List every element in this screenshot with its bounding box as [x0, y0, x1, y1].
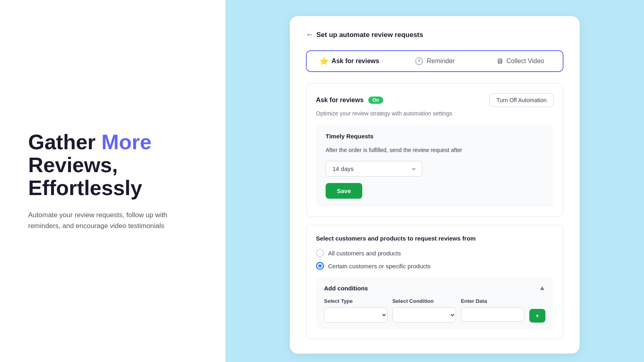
condition-col-type: Select Type	[324, 298, 388, 323]
video-icon: 🖥	[496, 57, 503, 66]
select-type-input[interactable]	[324, 307, 388, 323]
radio-group: All customers and products Certain custo…	[316, 249, 553, 270]
radio-all-customers[interactable]: All customers and products	[316, 249, 553, 257]
timely-requests-description: After the order is fulfilled, send the r…	[326, 146, 544, 154]
on-badge: On	[368, 97, 383, 104]
radio-circle-certain	[316, 262, 324, 270]
radio-circle-all	[316, 249, 324, 257]
tabs-container: ⭐ Ask for reviews 🕐 Reminder 🖥 Collect V…	[306, 50, 564, 72]
back-arrow-icon: ←	[306, 31, 313, 39]
back-nav[interactable]: ← Set up automate review requests	[306, 31, 564, 39]
tab-ask-reviews-label: Ask for reviews	[332, 58, 379, 65]
section-header: Ask for reviews On Turn Off Automation	[316, 93, 553, 107]
left-panel: Gather More Reviews, Effortlessly Automa…	[0, 0, 225, 362]
section-title-row: Ask for reviews On	[316, 97, 383, 104]
conditions-cols: Select Type Select Condition Enter Data	[324, 298, 545, 323]
conditions-header: Add conditions ▲	[324, 284, 545, 292]
main-heading: Gather More Reviews, Effortlessly	[28, 131, 197, 200]
conditions-title: Add conditions	[324, 285, 368, 292]
save-button[interactable]: Save	[326, 183, 362, 199]
customers-section: Select customers and products to request…	[306, 225, 564, 339]
clock-icon: 🕐	[415, 57, 423, 66]
turn-off-automation-button[interactable]: Turn Off Automation	[489, 93, 553, 107]
left-content: Gather More Reviews, Effortlessly Automa…	[28, 131, 197, 231]
days-select[interactable]: 1 day 3 days 7 days 14 days 30 days	[326, 161, 422, 177]
main-card: ← Set up automate review requests ⭐ Ask …	[290, 16, 580, 354]
enter-data-label: Enter Data	[461, 298, 524, 304]
star-icon: ⭐	[320, 57, 328, 66]
tab-ask-reviews[interactable]: ⭐ Ask for reviews	[307, 51, 392, 71]
right-panel: ← Set up automate review requests ⭐ Ask …	[225, 0, 644, 362]
chevron-up-icon[interactable]: ▲	[539, 284, 545, 292]
ask-reviews-section-card: Ask for reviews On Turn Off Automation O…	[306, 83, 564, 217]
tab-collect-video[interactable]: 🖥 Collect Video	[477, 51, 563, 71]
select-condition-label: Select Condition	[392, 298, 456, 304]
ask-reviews-title: Ask for reviews	[316, 97, 363, 104]
page-title: Set up automate review requests	[316, 31, 423, 39]
radio-all-label: All customers and products	[328, 250, 401, 257]
add-condition-button[interactable]: +	[529, 309, 545, 323]
tab-reminder[interactable]: 🕐 Reminder	[392, 51, 477, 71]
condition-col-data: Enter Data	[461, 298, 524, 323]
radio-certain-customers[interactable]: Certain customers or specific products	[316, 262, 553, 270]
customers-title: Select customers and products to request…	[316, 235, 553, 242]
timely-requests-title: Timely Requests	[326, 133, 544, 140]
radio-certain-label: Certain customers or specific products	[328, 263, 431, 269]
ask-reviews-description: Optimize your review strategy with autom…	[316, 110, 553, 117]
tab-reminder-label: Reminder	[427, 58, 454, 65]
select-type-label: Select Type	[324, 298, 388, 304]
main-subtext: Automate your review requests, follow up…	[28, 210, 197, 231]
enter-data-input[interactable]	[461, 307, 524, 322]
select-condition-input[interactable]	[392, 307, 456, 323]
timely-requests-card: Timely Requests After the order is fulfi…	[316, 125, 553, 207]
tab-collect-video-label: Collect Video	[506, 58, 544, 65]
conditions-box: Add conditions ▲ Select Type Select Cond…	[316, 278, 553, 329]
condition-col-condition: Select Condition	[392, 298, 456, 323]
